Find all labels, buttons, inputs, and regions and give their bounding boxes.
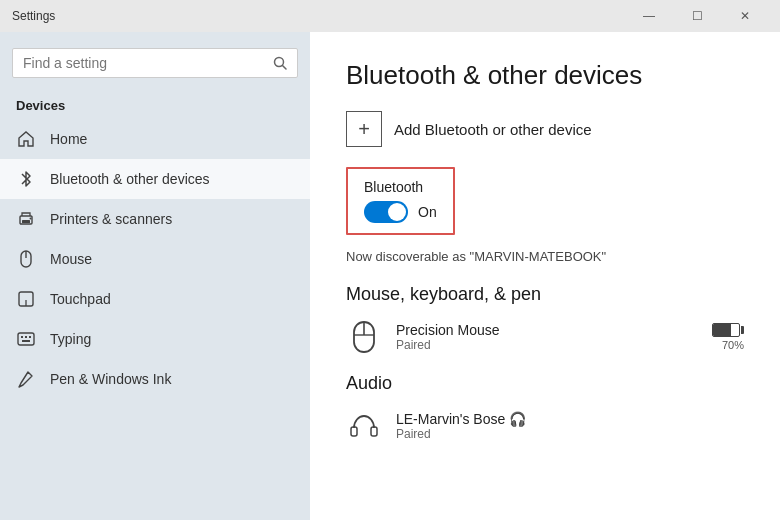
sidebar-item-typing-label: Typing (50, 331, 91, 347)
content-area: Bluetooth & other devices + Add Bluetoot… (310, 32, 780, 520)
sidebar-item-typing[interactable]: Typing (0, 319, 310, 359)
discoverable-text: Now discoverable as "MARVIN-MATEBOOK" (346, 249, 744, 264)
printer-icon (16, 209, 36, 229)
svg-rect-12 (29, 336, 31, 338)
device-name-bose: LE-Marvin's Bose 🎧 (396, 411, 744, 427)
sidebar-item-touchpad-label: Touchpad (50, 291, 111, 307)
device-battery: 70% (712, 323, 744, 351)
device-status-bose: Paired (396, 427, 744, 441)
maximize-button[interactable]: ☐ (674, 0, 720, 32)
mouse-icon (16, 249, 36, 269)
sidebar-item-pen[interactable]: Pen & Windows Ink (0, 359, 310, 399)
app-body: Devices Home Bluetooth & other devi (0, 32, 780, 520)
sidebar-item-printers[interactable]: Printers & scanners (0, 199, 310, 239)
bluetooth-toggle[interactable] (364, 201, 408, 223)
search-input[interactable] (23, 55, 265, 71)
sidebar-item-mouse[interactable]: Mouse (0, 239, 310, 279)
device-info-bose: LE-Marvin's Bose 🎧 Paired (396, 411, 744, 441)
battery-icon (712, 323, 744, 337)
device-status: Paired (396, 338, 698, 352)
add-device-button[interactable]: + Add Bluetooth or other device (346, 111, 744, 147)
toggle-state-label: On (418, 204, 437, 220)
sidebar-item-home[interactable]: Home (0, 119, 310, 159)
app-title: Settings (12, 9, 55, 23)
section-heading-audio: Audio (346, 373, 744, 394)
device-item-bose: LE-Marvin's Bose 🎧 Paired (346, 408, 744, 444)
svg-rect-11 (25, 336, 27, 338)
bluetooth-icon (16, 169, 36, 189)
device-name: Precision Mouse (396, 322, 698, 338)
svg-line-1 (283, 66, 287, 70)
search-area (0, 32, 310, 90)
sidebar-item-bluetooth[interactable]: Bluetooth & other devices (0, 159, 310, 199)
svg-rect-3 (22, 220, 30, 223)
svg-point-4 (30, 218, 32, 220)
svg-rect-13 (22, 340, 30, 342)
svg-rect-10 (21, 336, 23, 338)
device-item-precision-mouse: Precision Mouse Paired 70% (346, 319, 744, 355)
battery-fill (713, 324, 731, 336)
minimize-button[interactable]: — (626, 0, 672, 32)
close-button[interactable]: ✕ (722, 0, 768, 32)
add-device-label: Add Bluetooth or other device (394, 121, 592, 138)
svg-rect-18 (371, 427, 377, 436)
device-info-precision-mouse: Precision Mouse Paired (396, 322, 698, 352)
sidebar-item-touchpad[interactable]: Touchpad (0, 279, 310, 319)
battery-body (712, 323, 740, 337)
bluetooth-toggle-row: On (364, 201, 437, 223)
sidebar-item-mouse-label: Mouse (50, 251, 92, 267)
device-icon-headphones (346, 408, 382, 444)
sidebar: Devices Home Bluetooth & other devi (0, 32, 310, 520)
page-title: Bluetooth & other devices (346, 60, 744, 91)
search-box[interactable] (12, 48, 298, 78)
svg-rect-9 (18, 333, 34, 345)
sidebar-item-bluetooth-label: Bluetooth & other devices (50, 171, 210, 187)
section-heading-peripherals: Mouse, keyboard, & pen (346, 284, 744, 305)
sidebar-item-pen-label: Pen & Windows Ink (50, 371, 171, 387)
svg-rect-17 (351, 427, 357, 436)
bluetooth-label: Bluetooth (364, 179, 437, 195)
sidebar-nav: Home Bluetooth & other devices (0, 119, 310, 399)
home-icon (16, 129, 36, 149)
sidebar-item-printers-label: Printers & scanners (50, 211, 172, 227)
sidebar-section-label: Devices (0, 90, 310, 119)
typing-icon (16, 329, 36, 349)
pen-icon (16, 369, 36, 389)
bluetooth-section: Bluetooth On (346, 167, 455, 235)
battery-tip (741, 326, 744, 334)
device-icon-mouse (346, 319, 382, 355)
sidebar-item-home-label: Home (50, 131, 87, 147)
search-icon (273, 56, 287, 70)
window-controls: — ☐ ✕ (626, 0, 768, 32)
plus-icon: + (346, 111, 382, 147)
titlebar: Settings — ☐ ✕ (0, 0, 780, 32)
toggle-thumb (388, 203, 406, 221)
touchpad-icon (16, 289, 36, 309)
battery-percent: 70% (722, 339, 744, 351)
